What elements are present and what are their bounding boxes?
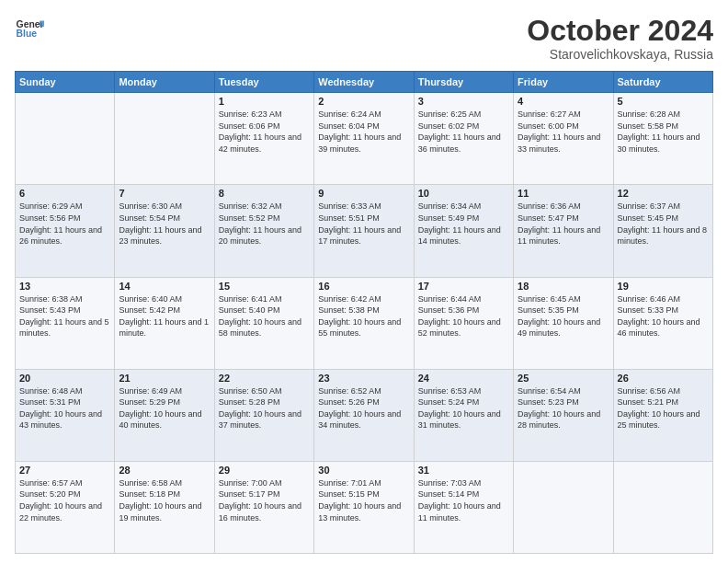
day-number: 18 <box>518 281 609 292</box>
calendar-cell: 25Sunrise: 6:54 AM Sunset: 5:23 PM Dayli… <box>514 369 613 461</box>
day-number: 13 <box>19 281 110 292</box>
calendar-cell: 7Sunrise: 6:30 AM Sunset: 5:54 PM Daylig… <box>115 185 214 277</box>
calendar-cell: 6Sunrise: 6:29 AM Sunset: 5:56 PM Daylig… <box>16 185 115 277</box>
cell-text: Sunrise: 6:41 AM Sunset: 5:40 PM Dayligh… <box>219 293 310 339</box>
cell-text: Sunrise: 6:30 AM Sunset: 5:54 PM Dayligh… <box>119 201 210 247</box>
weekday-header-wednesday: Wednesday <box>314 72 414 93</box>
calendar-cell <box>514 461 613 553</box>
cell-text: Sunrise: 7:00 AM Sunset: 5:17 PM Dayligh… <box>219 477 310 523</box>
day-number: 16 <box>318 281 409 292</box>
day-number: 26 <box>618 373 709 384</box>
calendar-cell: 3Sunrise: 6:25 AM Sunset: 6:02 PM Daylig… <box>414 93 513 185</box>
calendar-cell: 17Sunrise: 6:44 AM Sunset: 5:36 PM Dayli… <box>414 277 513 369</box>
weekday-header-sunday: Sunday <box>16 72 115 93</box>
day-number: 25 <box>518 373 609 384</box>
cell-text: Sunrise: 6:28 AM Sunset: 5:58 PM Dayligh… <box>618 109 709 155</box>
cell-text: Sunrise: 6:32 AM Sunset: 5:52 PM Dayligh… <box>219 201 310 247</box>
cell-text: Sunrise: 6:57 AM Sunset: 5:20 PM Dayligh… <box>19 477 110 523</box>
calendar-cell: 15Sunrise: 6:41 AM Sunset: 5:40 PM Dayli… <box>214 277 313 369</box>
cell-text: Sunrise: 6:53 AM Sunset: 5:24 PM Dayligh… <box>418 385 509 431</box>
cell-text: Sunrise: 6:40 AM Sunset: 5:42 PM Dayligh… <box>119 293 210 339</box>
cell-text: Sunrise: 6:23 AM Sunset: 6:06 PM Dayligh… <box>219 109 310 155</box>
calendar-cell: 27Sunrise: 6:57 AM Sunset: 5:20 PM Dayli… <box>16 461 115 553</box>
weekday-row: SundayMondayTuesdayWednesdayThursdayFrid… <box>16 72 713 93</box>
calendar-cell: 22Sunrise: 6:50 AM Sunset: 5:28 PM Dayli… <box>214 369 313 461</box>
day-number: 2 <box>318 96 409 107</box>
day-number: 23 <box>318 373 409 384</box>
calendar-cell: 18Sunrise: 6:45 AM Sunset: 5:35 PM Dayli… <box>514 277 613 369</box>
day-number: 11 <box>518 188 609 199</box>
month-title: October 2024 <box>527 15 713 47</box>
calendar-cell: 19Sunrise: 6:46 AM Sunset: 5:33 PM Dayli… <box>613 277 712 369</box>
calendar-cell: 16Sunrise: 6:42 AM Sunset: 5:38 PM Dayli… <box>314 277 414 369</box>
calendar-cell: 10Sunrise: 6:34 AM Sunset: 5:49 PM Dayli… <box>414 185 513 277</box>
cell-text: Sunrise: 6:37 AM Sunset: 5:45 PM Dayligh… <box>618 201 709 247</box>
day-number: 22 <box>219 373 310 384</box>
page-header: General Blue October 2024 Starovelichkov… <box>15 15 713 62</box>
calendar-cell <box>16 93 115 185</box>
cell-text: Sunrise: 6:54 AM Sunset: 5:23 PM Dayligh… <box>518 385 609 431</box>
day-number: 30 <box>318 465 409 476</box>
day-number: 7 <box>119 188 210 199</box>
day-number: 4 <box>518 96 609 107</box>
day-number: 3 <box>418 96 509 107</box>
calendar-cell: 31Sunrise: 7:03 AM Sunset: 5:14 PM Dayli… <box>414 461 513 553</box>
day-number: 29 <box>219 465 310 476</box>
cell-text: Sunrise: 6:58 AM Sunset: 5:18 PM Dayligh… <box>119 477 210 523</box>
calendar-cell: 24Sunrise: 6:53 AM Sunset: 5:24 PM Dayli… <box>414 369 513 461</box>
calendar-cell: 11Sunrise: 6:36 AM Sunset: 5:47 PM Dayli… <box>514 185 613 277</box>
day-number: 10 <box>418 188 509 199</box>
cell-text: Sunrise: 6:27 AM Sunset: 6:00 PM Dayligh… <box>518 109 609 155</box>
weekday-header-friday: Friday <box>514 72 613 93</box>
week-row: 20Sunrise: 6:48 AM Sunset: 5:31 PM Dayli… <box>16 369 713 461</box>
calendar-cell: 8Sunrise: 6:32 AM Sunset: 5:52 PM Daylig… <box>214 185 313 277</box>
week-row: 6Sunrise: 6:29 AM Sunset: 5:56 PM Daylig… <box>16 185 713 277</box>
cell-text: Sunrise: 6:46 AM Sunset: 5:33 PM Dayligh… <box>618 293 709 339</box>
cell-text: Sunrise: 6:50 AM Sunset: 5:28 PM Dayligh… <box>219 385 310 431</box>
day-number: 9 <box>318 188 409 199</box>
cell-text: Sunrise: 6:45 AM Sunset: 5:35 PM Dayligh… <box>518 293 609 339</box>
week-row: 13Sunrise: 6:38 AM Sunset: 5:43 PM Dayli… <box>16 277 713 369</box>
calendar-cell: 20Sunrise: 6:48 AM Sunset: 5:31 PM Dayli… <box>16 369 115 461</box>
cell-text: Sunrise: 6:34 AM Sunset: 5:49 PM Dayligh… <box>418 201 509 247</box>
day-number: 19 <box>618 281 709 292</box>
calendar-cell: 26Sunrise: 6:56 AM Sunset: 5:21 PM Dayli… <box>613 369 712 461</box>
cell-text: Sunrise: 6:29 AM Sunset: 5:56 PM Dayligh… <box>19 201 110 247</box>
cell-text: Sunrise: 6:33 AM Sunset: 5:51 PM Dayligh… <box>318 201 409 247</box>
calendar-cell: 14Sunrise: 6:40 AM Sunset: 5:42 PM Dayli… <box>115 277 214 369</box>
cell-text: Sunrise: 6:42 AM Sunset: 5:38 PM Dayligh… <box>318 293 409 339</box>
calendar-cell: 5Sunrise: 6:28 AM Sunset: 5:58 PM Daylig… <box>613 93 712 185</box>
calendar-cell: 12Sunrise: 6:37 AM Sunset: 5:45 PM Dayli… <box>613 185 712 277</box>
calendar-cell: 9Sunrise: 6:33 AM Sunset: 5:51 PM Daylig… <box>314 185 414 277</box>
calendar-cell: 28Sunrise: 6:58 AM Sunset: 5:18 PM Dayli… <box>115 461 214 553</box>
weekday-header-thursday: Thursday <box>414 72 513 93</box>
weekday-header-tuesday: Tuesday <box>214 72 313 93</box>
day-number: 1 <box>219 96 310 107</box>
cell-text: Sunrise: 6:44 AM Sunset: 5:36 PM Dayligh… <box>418 293 509 339</box>
calendar-cell <box>613 461 712 553</box>
day-number: 20 <box>19 373 110 384</box>
calendar-cell: 2Sunrise: 6:24 AM Sunset: 6:04 PM Daylig… <box>314 93 414 185</box>
calendar-cell: 21Sunrise: 6:49 AM Sunset: 5:29 PM Dayli… <box>115 369 214 461</box>
calendar-header: SundayMondayTuesdayWednesdayThursdayFrid… <box>16 72 713 93</box>
cell-text: Sunrise: 6:25 AM Sunset: 6:02 PM Dayligh… <box>418 109 509 155</box>
calendar-body: 1Sunrise: 6:23 AM Sunset: 6:06 PM Daylig… <box>16 93 713 554</box>
day-number: 31 <box>418 465 509 476</box>
logo-icon: General Blue <box>15 15 44 44</box>
week-row: 1Sunrise: 6:23 AM Sunset: 6:06 PM Daylig… <box>16 93 713 185</box>
week-row: 27Sunrise: 6:57 AM Sunset: 5:20 PM Dayli… <box>16 461 713 553</box>
calendar-cell: 30Sunrise: 7:01 AM Sunset: 5:15 PM Dayli… <box>314 461 414 553</box>
day-number: 17 <box>418 281 509 292</box>
weekday-header-monday: Monday <box>115 72 214 93</box>
day-number: 14 <box>119 281 210 292</box>
day-number: 27 <box>19 465 110 476</box>
logo: General Blue <box>15 15 44 44</box>
cell-text: Sunrise: 7:01 AM Sunset: 5:15 PM Dayligh… <box>318 477 409 523</box>
day-number: 28 <box>119 465 210 476</box>
svg-text:Blue: Blue <box>17 29 38 39</box>
day-number: 12 <box>618 188 709 199</box>
cell-text: Sunrise: 6:48 AM Sunset: 5:31 PM Dayligh… <box>19 385 110 431</box>
calendar-cell: 23Sunrise: 6:52 AM Sunset: 5:26 PM Dayli… <box>314 369 414 461</box>
cell-text: Sunrise: 6:56 AM Sunset: 5:21 PM Dayligh… <box>618 385 709 431</box>
calendar-cell: 29Sunrise: 7:00 AM Sunset: 5:17 PM Dayli… <box>214 461 313 553</box>
